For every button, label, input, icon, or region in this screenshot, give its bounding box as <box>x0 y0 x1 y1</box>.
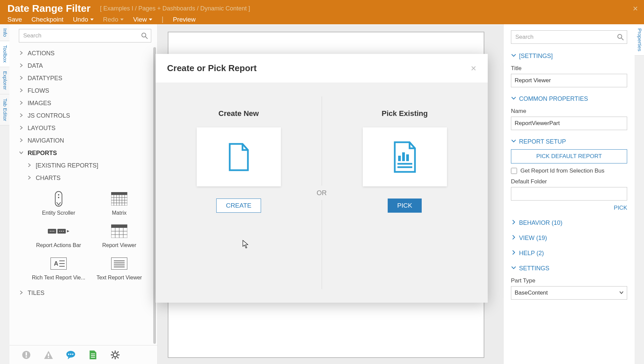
redo-button[interactable]: Redo <box>103 16 124 23</box>
get-report-id-checkbox[interactable] <box>511 168 517 174</box>
section-behavior[interactable]: BEHAVIOR (10) <box>511 215 627 231</box>
pick-button[interactable]: PICK <box>388 199 421 213</box>
svg-rect-68 <box>402 152 405 161</box>
view-button[interactable]: View <box>133 16 152 23</box>
svg-line-62 <box>117 357 119 358</box>
tool-text-report-viewer[interactable]: Text Report Viewer <box>89 252 150 284</box>
tree-item-datatypes[interactable]: DATATYPES <box>9 72 157 85</box>
create-button[interactable]: CREATE <box>216 199 261 213</box>
name-input[interactable] <box>511 117 627 130</box>
svg-point-51 <box>70 354 71 355</box>
chevron-down-icon <box>511 265 516 272</box>
tree-item-reports[interactable]: REPORTS <box>9 147 157 159</box>
tool-rich-text-report-viewer[interactable]: A Rich Text Report Vie... <box>28 252 89 284</box>
toolbox-tree[interactable]: ACTIONS DATA DATATYPES FLOWS IMAGES JS C… <box>9 46 157 345</box>
matrix-icon <box>108 190 130 207</box>
side-tab-properties[interactable]: Properties <box>635 24 644 56</box>
pick-link[interactable]: PICK <box>511 205 627 211</box>
gear-icon[interactable] <box>110 350 121 360</box>
section-view[interactable]: VIEW (19) <box>511 231 627 246</box>
report-viewer-icon <box>108 223 130 240</box>
tree-item-flows[interactable]: FLOWS <box>9 85 157 97</box>
chevron-right-icon <box>511 235 516 242</box>
tree-item-navigation[interactable]: NAVIGATION <box>9 134 157 147</box>
chevron-right-icon <box>19 290 24 297</box>
svg-point-23 <box>63 231 64 232</box>
tool-entity-scroller[interactable]: Entity Scroller <box>28 187 89 219</box>
chevron-down-icon <box>149 19 152 21</box>
side-tab-toolbox[interactable]: Toolbox <box>0 41 9 67</box>
section-common-properties[interactable]: COMMON PROPERTIES <box>511 91 627 107</box>
chevron-right-icon <box>19 62 24 69</box>
svg-point-21 <box>59 231 60 232</box>
tree-item-existing-reports[interactable]: [EXISTING REPORTS] <box>9 159 157 172</box>
undo-button[interactable]: Undo <box>73 16 93 23</box>
tool-report-actions-bar[interactable]: Report Actions Bar <box>28 219 89 252</box>
svg-point-4 <box>58 197 59 198</box>
title-input[interactable] <box>511 74 627 87</box>
chevron-right-icon <box>27 175 32 182</box>
svg-line-66 <box>621 38 623 40</box>
title-label: Title <box>511 65 627 72</box>
checkpoint-button[interactable]: Checkpoint <box>31 16 63 23</box>
properties-search-input[interactable] <box>511 30 627 44</box>
bottom-toolbar <box>9 345 157 364</box>
section-help[interactable]: HELP (2) <box>511 246 627 261</box>
svg-rect-26 <box>111 224 127 228</box>
close-icon[interactable]: × <box>633 3 638 14</box>
svg-marker-24 <box>67 230 69 232</box>
side-tab-explorer[interactable]: Explorer <box>0 67 9 94</box>
tree-item-charts[interactable]: CHARTS <box>9 172 157 184</box>
svg-point-19 <box>53 231 54 232</box>
svg-line-1 <box>146 37 148 39</box>
svg-text:A: A <box>54 260 58 267</box>
svg-rect-44 <box>26 356 27 358</box>
chevron-down-icon <box>511 95 516 102</box>
tool-matrix[interactable]: Matrix <box>89 187 150 219</box>
pick-existing-card[interactable] <box>363 127 447 186</box>
svg-line-63 <box>112 357 113 358</box>
tree-item-tiles[interactable]: TILES <box>9 287 157 299</box>
tree-item-layouts[interactable]: LAYOUTS <box>9 122 157 134</box>
chevron-down-icon <box>619 290 624 296</box>
blank-document-icon <box>227 143 251 172</box>
alert-icon[interactable] <box>21 350 32 360</box>
tree-item-data[interactable]: DATA <box>9 60 157 72</box>
tree-item-js-controls[interactable]: JS CONTROLS <box>9 110 157 122</box>
save-button[interactable]: Save <box>7 16 22 23</box>
or-label: OR <box>317 186 327 200</box>
pick-existing-title: Pick Existing <box>382 109 428 118</box>
modal-close-icon[interactable]: × <box>471 63 476 74</box>
pick-default-report-button[interactable]: PICK DEFAULT REPORT <box>511 149 627 163</box>
toolbox-search-input[interactable] <box>19 29 151 42</box>
tool-report-viewer[interactable]: Report Viewer <box>89 219 150 252</box>
document-icon[interactable] <box>88 350 98 360</box>
search-icon <box>141 32 148 39</box>
chevron-right-icon <box>19 100 24 107</box>
tree-item-actions[interactable]: ACTIONS <box>9 47 157 60</box>
svg-rect-2 <box>55 191 62 206</box>
chevron-right-icon <box>19 87 24 94</box>
get-report-id-checkbox-row[interactable]: Get Report Id from Selection Bus <box>511 168 627 174</box>
section-settings-brackets[interactable]: [SETTINGS] <box>511 49 627 64</box>
part-type-select[interactable] <box>511 286 627 300</box>
rich-text-report-viewer-icon: A <box>48 255 69 272</box>
tool-label: Report Viewer <box>102 242 136 248</box>
chat-icon[interactable] <box>65 350 76 360</box>
create-or-pick-report-modal: Create or Pick Report × OR Create New CR… <box>156 54 488 303</box>
svg-point-65 <box>618 34 622 38</box>
default-folder-input[interactable] <box>511 187 627 201</box>
create-new-card[interactable] <box>197 127 281 186</box>
create-new-title: Create New <box>219 109 259 118</box>
side-tab-tab-editor[interactable]: Tab Editor <box>0 94 9 126</box>
side-tab-info[interactable]: Info <box>0 24 9 41</box>
section-settings[interactable]: SETTINGS <box>511 261 627 276</box>
chevron-right-icon <box>19 112 24 119</box>
tree-item-images[interactable]: IMAGES <box>9 97 157 110</box>
section-report-setup[interactable]: REPORT SETUP <box>511 134 627 149</box>
chevron-down-icon <box>90 19 94 21</box>
warning-icon[interactable] <box>43 350 54 360</box>
preview-button[interactable]: Preview <box>173 16 196 23</box>
svg-marker-49 <box>68 357 70 359</box>
tool-label: Text Report Viewer <box>97 275 142 281</box>
